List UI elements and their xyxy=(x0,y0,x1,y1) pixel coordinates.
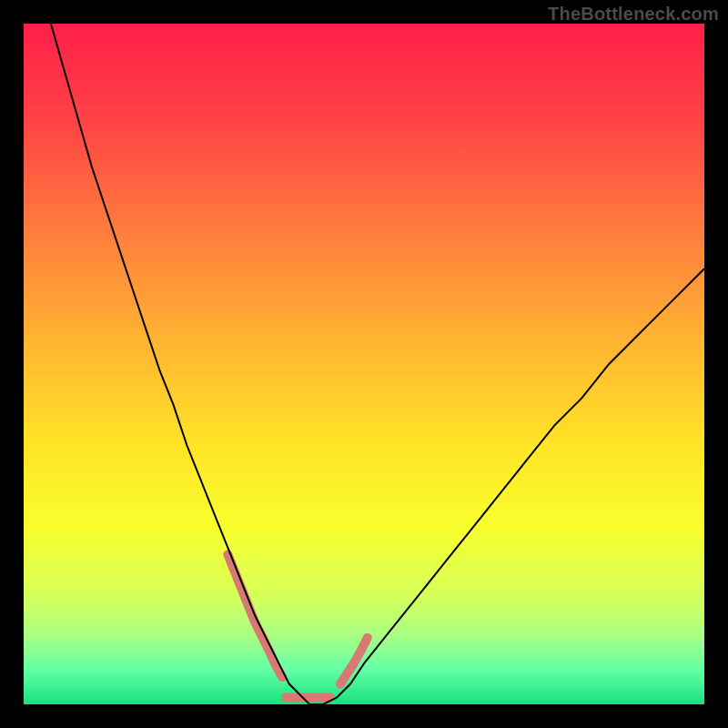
chart-stage: TheBottleneck.com xyxy=(0,0,728,728)
primary-curve xyxy=(51,24,704,704)
plot-area xyxy=(24,24,704,704)
watermark-text: TheBottleneck.com xyxy=(548,4,719,25)
marker-segment xyxy=(340,638,368,684)
curve-layer xyxy=(24,24,704,704)
marker-overlay xyxy=(228,554,367,697)
